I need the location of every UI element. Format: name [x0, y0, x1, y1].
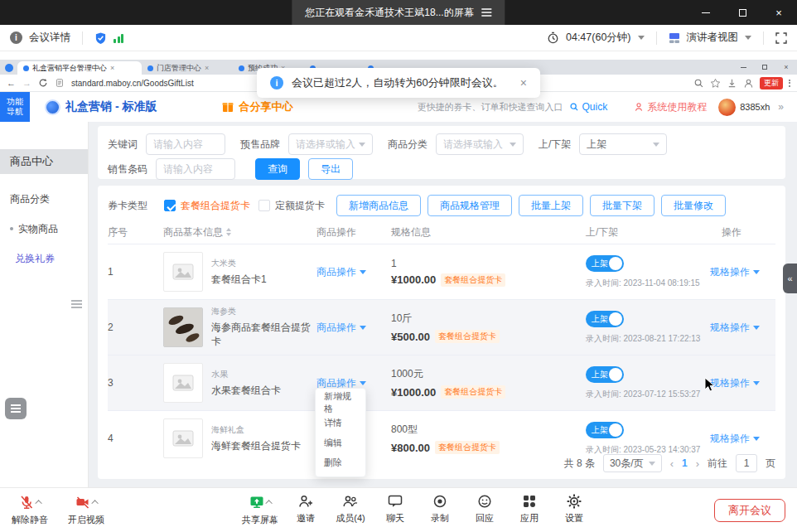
sidebar-item-categories[interactable]: 商品分类 [0, 184, 88, 214]
mic-options-icon[interactable] [35, 500, 41, 506]
settings-button[interactable]: 设置 [557, 493, 592, 526]
update-badge[interactable]: 更新 [760, 77, 783, 89]
brand-select[interactable]: 请选择或输入 [288, 133, 373, 155]
shelf-toggle[interactable]: 上架 [586, 366, 624, 383]
tutorial-link[interactable]: 系统使用教程 [634, 100, 707, 114]
sidebar-item-physical-goods[interactable]: 实物商品 [0, 214, 88, 244]
shelf-toggle[interactable]: 上架 [586, 255, 624, 272]
col-basic-info[interactable]: 商品基本信息 [163, 225, 316, 239]
brand-label: 预售品牌 [240, 138, 280, 152]
batch-onshelf-button[interactable]: 批量上架 [519, 195, 583, 216]
tab-close-icon[interactable]: × [110, 65, 114, 72]
quick-search-link[interactable]: Quick [569, 101, 607, 113]
spec-operation-link[interactable]: 规格操作 [710, 432, 775, 446]
batch-offshelf-button[interactable]: 批量下架 [590, 195, 655, 216]
star-icon[interactable] [710, 78, 721, 89]
start-video-button[interactable]: 开启视频 [68, 493, 104, 526]
prev-page-icon[interactable]: ‹ [670, 457, 674, 470]
product-operation-link[interactable]: 商品操作 [316, 265, 391, 279]
apps-button[interactable]: 应用 [512, 493, 547, 526]
sea-cucumber-image [164, 307, 202, 347]
fullscreen-icon[interactable] [775, 32, 787, 44]
browser-maximize-button[interactable] [754, 60, 775, 75]
menu-item-add-spec[interactable]: 新增规格 [316, 393, 365, 413]
view-dropdown-icon[interactable] [745, 36, 751, 40]
chat-button[interactable]: 聊天 [378, 493, 413, 526]
maximize-button[interactable] [724, 0, 761, 25]
checkbox-fixed-card[interactable]: 定额提货卡 [258, 199, 325, 213]
menu-item-delete[interactable]: 删除 [316, 452, 365, 472]
page-size-select[interactable]: 30条/页 [603, 454, 662, 472]
checkbox-combo-card[interactable]: 套餐组合提货卡 [164, 199, 250, 213]
refresh-icon[interactable] [38, 78, 48, 88]
timer-dropdown-icon[interactable] [638, 36, 645, 40]
leave-meeting-button[interactable]: 离开会议 [714, 499, 785, 522]
view-mode-label[interactable]: 演讲者视图 [687, 31, 739, 45]
page-info-icon[interactable] [55, 78, 65, 88]
sidebar-section-product-center[interactable]: 商品中心 [0, 149, 88, 174]
sidebar-item-gift-voucher[interactable]: 兑换礼券 [0, 244, 88, 273]
minimize-button[interactable] [688, 0, 724, 25]
meeting-info-icon[interactable]: i [10, 31, 22, 44]
record-button[interactable]: 录制 [423, 493, 457, 526]
keyword-input[interactable] [146, 133, 225, 155]
function-nav-button[interactable]: 功能 导航 [0, 92, 30, 122]
export-button[interactable]: 导出 [308, 158, 353, 180]
menu-item-edit[interactable]: 编辑 [316, 433, 365, 452]
browser-logo-icon[interactable] [5, 64, 13, 72]
unmute-button[interactable]: 解除静音 [12, 493, 48, 526]
shelf-select[interactable]: 上架 [579, 133, 667, 155]
share-options-icon[interactable] [265, 500, 272, 506]
user-avatar[interactable] [718, 99, 736, 116]
members-button[interactable]: 成员(4) [333, 493, 368, 526]
share-center-label: 合分享中心 [239, 99, 292, 114]
spec-operation-link[interactable]: 规格操作 [710, 376, 775, 390]
spec-operation-link[interactable]: 规格操作 [710, 265, 775, 279]
zoom-icon[interactable] [693, 78, 704, 89]
smiley-icon [476, 493, 493, 510]
product-operation-link[interactable]: 商品操作 [316, 321, 391, 335]
search-button[interactable]: 查询 [255, 158, 300, 180]
next-page-icon[interactable]: › [696, 457, 699, 470]
profile-icon[interactable] [743, 78, 754, 89]
sidebar-collapse-icon[interactable] [71, 300, 83, 308]
meeting-detail-label[interactable]: 会议详情 [29, 31, 70, 45]
shelf-toggle[interactable]: 上架 [586, 311, 624, 327]
share-screen-button[interactable]: 共享屏幕 [242, 493, 278, 526]
tab-close-icon[interactable]: × [205, 65, 209, 72]
batch-edit-button[interactable]: 批量修改 [661, 195, 726, 216]
category-select[interactable]: 请选择或输入 [436, 133, 524, 155]
category-label: 商品分类 [388, 138, 427, 152]
task-list-widget[interactable] [5, 398, 27, 419]
browser-menu-icon[interactable] [789, 80, 790, 87]
forward-icon[interactable]: → [22, 78, 31, 88]
browser-close-button[interactable]: × [775, 60, 797, 75]
shelf-toggle[interactable]: 上架 [586, 422, 624, 438]
security-shield-icon[interactable] [94, 31, 107, 45]
toast-message: 会议已超过2人，自动转为60分钟限时会议。 [292, 75, 504, 90]
menu-item-detail[interactable]: 详情 [316, 413, 365, 433]
share-menu-icon[interactable] [482, 12, 492, 13]
video-options-icon[interactable] [91, 500, 98, 506]
url-text[interactable]: standard.maboy.cn/GoodsGiftList [71, 79, 194, 88]
expand-chevrons-icon[interactable]: » [778, 101, 784, 113]
reactions-button[interactable]: 回应 [467, 493, 502, 526]
spec-manage-button[interactable]: 商品规格管理 [427, 195, 512, 216]
toast-close-icon[interactable]: × [520, 76, 527, 89]
invite-button[interactable]: 邀请 [288, 493, 323, 526]
sort-icon[interactable] [226, 228, 231, 236]
browser-tab[interactable]: 门店管理中心 × [142, 61, 233, 75]
share-center-link[interactable]: 合分享中心 [221, 99, 292, 114]
panel-collapse-tab[interactable]: « [783, 264, 797, 293]
current-page[interactable]: 1 [682, 457, 688, 469]
browser-tab-active[interactable]: 礼盒营销平台管理中心 × [17, 61, 142, 75]
add-product-button[interactable]: 新增商品信息 [336, 195, 421, 216]
spec-operation-link[interactable]: 规格操作 [710, 321, 775, 335]
browser-minimize-button[interactable] [732, 60, 754, 75]
sidebar-item-label: 兑换礼券 [15, 252, 55, 266]
download-icon[interactable] [727, 78, 737, 89]
barcode-input[interactable] [156, 158, 235, 180]
goto-page-input[interactable] [736, 454, 757, 472]
close-button[interactable]: × [761, 0, 797, 25]
back-icon[interactable]: ← [7, 78, 16, 88]
